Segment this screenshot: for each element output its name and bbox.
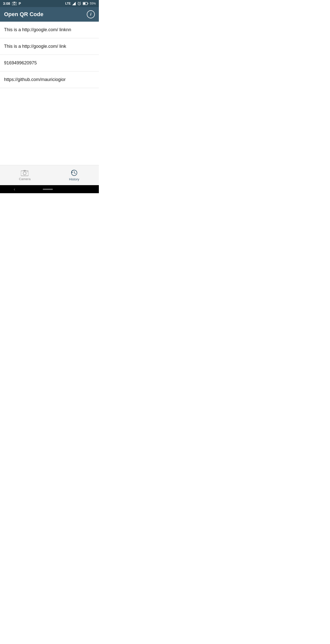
signal-icon bbox=[72, 2, 76, 5]
battery-percent: 55% bbox=[90, 2, 96, 5]
svg-marker-3 bbox=[72, 2, 76, 5]
camera-label: Camera bbox=[19, 177, 30, 181]
svg-point-15 bbox=[27, 172, 28, 172]
svg-line-18 bbox=[74, 173, 75, 174]
camera-icon bbox=[21, 170, 28, 176]
status-bar: 3:08 P LTE 55% bbox=[0, 0, 99, 7]
svg-line-8 bbox=[80, 2, 80, 2]
list-item-text: https://github.com/mauriciogior bbox=[4, 77, 66, 82]
status-time: 3:08 bbox=[3, 2, 10, 6]
info-button[interactable]: i bbox=[87, 10, 95, 18]
battery-icon bbox=[83, 2, 88, 5]
svg-point-1 bbox=[14, 3, 15, 5]
list-item[interactable]: https://github.com/mauriciogior bbox=[0, 71, 99, 88]
parking-icon: P bbox=[19, 2, 21, 6]
svg-point-13 bbox=[23, 172, 26, 175]
svg-rect-10 bbox=[83, 3, 85, 5]
page-title: Open QR Code bbox=[4, 11, 43, 18]
svg-line-6 bbox=[79, 4, 80, 4]
list-item-text: This is a http://google.com/ linknn bbox=[4, 27, 71, 32]
history-label: History bbox=[69, 177, 79, 181]
list-item[interactable]: This is a http://google.com/ link bbox=[0, 38, 99, 55]
list-item-text: This is a http://google.com/ link bbox=[4, 44, 66, 49]
history-list: This is a http://google.com/ linknn This… bbox=[0, 22, 99, 88]
photo-icon bbox=[12, 2, 17, 5]
home-indicator[interactable] bbox=[43, 189, 53, 190]
bottom-nav: Camera History bbox=[0, 165, 99, 185]
list-item[interactable]: 9169499620975 bbox=[0, 55, 99, 71]
svg-line-7 bbox=[78, 2, 78, 2]
alarm-icon bbox=[77, 2, 81, 6]
svg-rect-14 bbox=[23, 170, 26, 171]
nav-history[interactable]: History bbox=[50, 169, 99, 181]
svg-rect-11 bbox=[88, 3, 88, 4]
status-right: LTE 55% bbox=[65, 2, 96, 6]
history-icon bbox=[71, 169, 78, 176]
system-nav-bar: ‹ bbox=[0, 185, 99, 193]
list-item-text: 9169499620975 bbox=[4, 60, 37, 65]
app-bar: Open QR Code i bbox=[0, 7, 99, 22]
nav-camera[interactable]: Camera bbox=[0, 170, 50, 181]
network-indicator: LTE bbox=[65, 2, 71, 5]
svg-rect-2 bbox=[14, 2, 15, 3]
status-left: 3:08 P bbox=[3, 2, 21, 6]
back-button[interactable]: ‹ bbox=[14, 187, 15, 192]
list-item[interactable]: This is a http://google.com/ linknn bbox=[0, 22, 99, 38]
